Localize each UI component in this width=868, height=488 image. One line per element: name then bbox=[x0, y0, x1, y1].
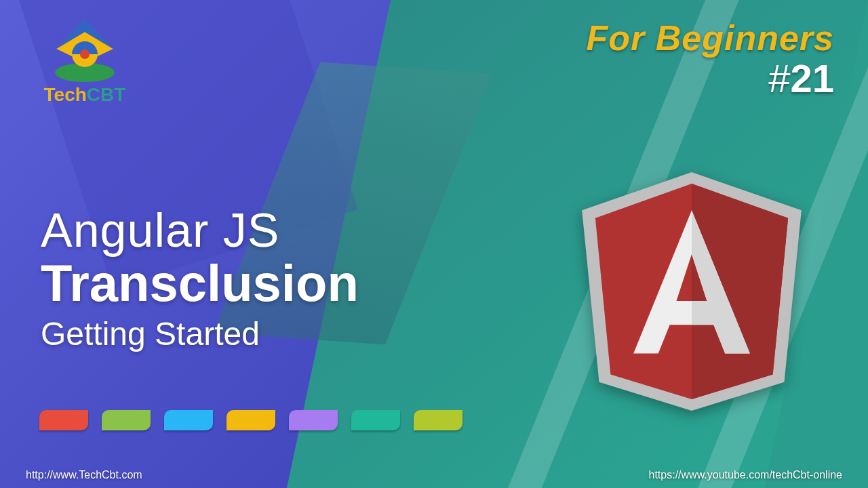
title-topic: Transclusion bbox=[41, 253, 359, 312]
color-pill-1 bbox=[102, 410, 151, 430]
color-pill-0 bbox=[39, 410, 88, 430]
color-pill-6 bbox=[414, 410, 462, 430]
color-pill-5 bbox=[351, 410, 400, 430]
techcbt-logo-icon bbox=[44, 15, 125, 83]
angular-icon bbox=[570, 163, 814, 423]
audience-label: For Beginners bbox=[587, 18, 835, 58]
title-block: Angular JS Transclusion Getting Started bbox=[41, 203, 359, 352]
color-pill-3 bbox=[226, 410, 275, 430]
color-pill-2 bbox=[164, 410, 213, 430]
title-technology: Angular JS bbox=[41, 203, 359, 258]
techcbt-logo-text: TechCBT bbox=[34, 84, 136, 106]
footer-url-right: https://www.youtube.com/techCbt-online bbox=[649, 469, 842, 481]
color-pills bbox=[39, 410, 462, 430]
footer-url-left: http://www.TechCbt.com bbox=[26, 469, 142, 481]
techcbt-logo: TechCBT bbox=[34, 15, 136, 106]
header-right: For Beginners #21 bbox=[587, 18, 835, 101]
color-pill-4 bbox=[289, 410, 338, 430]
episode-number: #21 bbox=[587, 56, 835, 101]
svg-point-2 bbox=[80, 49, 90, 59]
title-subtitle: Getting Started bbox=[41, 315, 359, 352]
